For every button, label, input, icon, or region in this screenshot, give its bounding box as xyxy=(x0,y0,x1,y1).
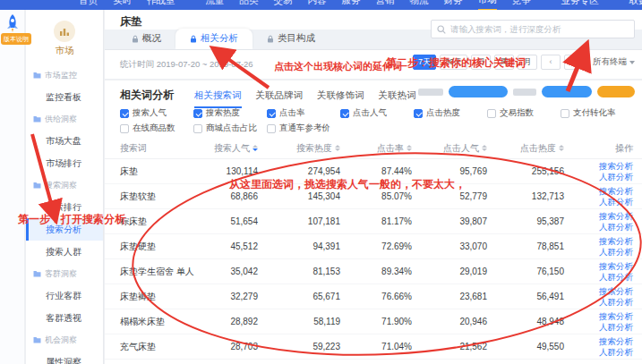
version-badge[interactable]: 版本说明 xyxy=(1,33,31,45)
subtab-modifier-words[interactable]: 关联修饰词 xyxy=(317,89,364,108)
checkbox xyxy=(487,109,496,118)
sidebar-item-search-crowd[interactable]: 搜索人群 xyxy=(26,241,103,263)
metric-online-products[interactable]: 在线商品数 xyxy=(120,123,193,134)
nav-logistics[interactable]: 物流 xyxy=(410,0,429,10)
subtab-brand-words[interactable]: 关联品牌词 xyxy=(256,89,304,108)
checkbox xyxy=(120,124,129,133)
rocket-icon[interactable] xyxy=(4,13,21,33)
module-label: 市场 xyxy=(26,45,103,57)
sort-search-popularity[interactable]: 搜索人气 xyxy=(199,142,278,155)
folder-icon xyxy=(33,336,41,343)
folder-icon xyxy=(33,270,41,277)
sidebar-item-market-overview[interactable]: 市场大盘 xyxy=(26,130,103,152)
sort-click-heat[interactable]: 点击热度 xyxy=(507,142,584,155)
nav-traffic[interactable]: 流量 xyxy=(206,0,225,10)
keyword-title: 床垫 xyxy=(120,14,141,30)
sort-click-rate[interactable]: 点击率 xyxy=(360,142,432,155)
checkbox xyxy=(120,109,129,118)
link-crowd-analysis[interactable]: 人群分析 xyxy=(584,172,633,182)
nav-service[interactable]: 服务 xyxy=(342,0,361,10)
metric-click-heat[interactable]: 点击热度 xyxy=(414,107,487,119)
link-crowd-analysis[interactable]: 人群分析 xyxy=(584,197,633,207)
nav-marketing[interactable]: 营销 xyxy=(376,0,395,10)
link-crowd-analysis[interactable]: 人群分析 xyxy=(584,222,633,233)
metric-trade-index[interactable]: 交易指数 xyxy=(487,107,561,119)
tab-related-analysis[interactable]: 相关分析 xyxy=(175,29,253,49)
cell-keyword[interactable]: 充气床垫 xyxy=(105,341,199,353)
subtab-related-search-words[interactable]: 相关搜索词 xyxy=(194,89,242,108)
link-search-analysis[interactable]: 搜索分析 xyxy=(584,311,633,322)
link-search-analysis[interactable]: 搜索分析 xyxy=(584,161,633,172)
search-input[interactable] xyxy=(450,24,629,34)
link-search-analysis[interactable]: 搜索分析 xyxy=(584,186,633,197)
cell-keyword[interactable]: 床垫褥垫 xyxy=(105,291,199,303)
link-search-analysis[interactable]: 搜索分析 xyxy=(584,286,633,297)
sort-search-heat[interactable]: 搜索热度 xyxy=(278,142,360,155)
table-row: 床垫学生宿舍 单人 35,042 81,153 89.34% 29,019 76… xyxy=(105,259,642,284)
table-row: 床垫褥垫 32,279 65,671 76.66% 23,681 56,491 … xyxy=(105,284,642,309)
subtab-hot-words[interactable]: 关联热词 xyxy=(379,89,416,108)
sidebar-item-market-ranking[interactable]: 市场排行 xyxy=(26,152,103,174)
subtab-strip: 相关搜索词 关联品牌词 关联修饰词 关联热词 xyxy=(194,89,416,108)
nav-category[interactable]: 品类 xyxy=(240,0,259,10)
link-crowd-analysis[interactable]: 人群分析 xyxy=(584,247,633,258)
nav-war-room[interactable]: 作战室 xyxy=(147,0,175,10)
checkbox xyxy=(193,109,202,118)
cell-keyword[interactable]: 床垫软垫 xyxy=(105,190,199,203)
sidebar-item-monitor-board[interactable]: 监控看板 xyxy=(26,86,103,108)
link-search-analysis[interactable]: 搜索分析 xyxy=(584,261,633,272)
checkbox xyxy=(267,124,276,133)
metric-search-heat[interactable]: 搜索热度 xyxy=(193,107,267,119)
nav-competition[interactable]: 竞争 xyxy=(512,0,531,10)
lock-icon xyxy=(190,35,197,43)
nav-finance[interactable]: 财务 xyxy=(444,0,463,10)
terminal-dropdown[interactable]: 所有终端 xyxy=(593,56,635,68)
metric-click-rate[interactable]: 点击率 xyxy=(267,107,340,119)
nav-trade[interactable]: 交易 xyxy=(274,0,293,10)
tab-category-composition[interactable]: 类目构成 xyxy=(253,29,330,49)
redacted-label xyxy=(513,89,536,96)
nav-content[interactable]: 内容 xyxy=(308,0,327,10)
annotation-step1: 第一步：打开搜索分析 xyxy=(18,212,125,227)
cell-keyword[interactable]: 床垫硬垫 xyxy=(105,241,199,253)
sidebar-item-attribute-insight[interactable]: 属性洞察 xyxy=(26,351,103,364)
folder-icon xyxy=(33,72,41,79)
stats-time-range: 统计时间 2019-07-20 ~ 2019-07-26 xyxy=(120,59,253,71)
link-crowd-analysis[interactable]: 人群分析 xyxy=(584,347,633,358)
table-row: 充气床垫 28,703 59,223 71.04% 21,562 49,550 … xyxy=(105,334,642,360)
nav-realtime[interactable]: 实时 xyxy=(113,0,132,10)
next-period-button[interactable]: › xyxy=(564,55,584,70)
nav-business-zone[interactable]: 业务专区 xyxy=(561,0,599,10)
nav-data-fetch[interactable]: 取数 xyxy=(629,0,642,10)
redacted-button[interactable] xyxy=(449,86,508,97)
redacted-button[interactable] xyxy=(542,86,592,97)
metric-pay-conversion[interactable]: 支付转化率 xyxy=(561,107,616,119)
metric-ztc-reference-price[interactable]: 直通车参考价 xyxy=(267,123,330,134)
cell-keyword[interactable]: 床垫学生宿舍 单人 xyxy=(105,266,199,278)
sidebar-item-customer-perspective[interactable]: 客群透视 xyxy=(26,307,103,329)
link-search-analysis[interactable]: 搜索分析 xyxy=(584,236,633,247)
lock-icon xyxy=(267,35,274,43)
tab-overview[interactable]: 概况 xyxy=(117,29,175,49)
chevron-down-icon xyxy=(629,61,635,64)
sidebar-item-industry-customers[interactable]: 行业客群 xyxy=(26,284,103,307)
prev-period-button[interactable]: ‹ xyxy=(541,55,561,70)
metric-click-popularity[interactable]: 点击人气 xyxy=(340,107,414,119)
link-crowd-analysis[interactable]: 人群分析 xyxy=(584,297,633,308)
cell-keyword[interactable]: 榻榻米床垫 xyxy=(105,316,199,328)
sort-click-popularity[interactable]: 点击人气 xyxy=(432,142,507,155)
metric-mall-click-share[interactable]: 商城点击占比 xyxy=(193,123,267,134)
checkbox xyxy=(193,124,202,133)
keyword-search-box xyxy=(431,20,635,38)
link-search-analysis[interactable]: 搜索分析 xyxy=(584,336,633,347)
link-search-analysis[interactable]: 搜索分析 xyxy=(584,211,633,222)
metric-search-popularity[interactable]: 搜索人气 xyxy=(120,107,193,119)
nav-market[interactable]: 市场 xyxy=(478,0,497,10)
annotation-table-note: 从这里面选词，挑选搜索人气一般的，不要太大， xyxy=(229,177,466,192)
cell-keyword[interactable]: 床垫 xyxy=(105,165,199,178)
redacted-button[interactable] xyxy=(597,86,635,97)
nav-home[interactable]: 首页 xyxy=(79,0,98,10)
sidebar-group-supply-insight: 供给洞察 xyxy=(26,108,103,130)
link-crowd-analysis[interactable]: 人群分析 xyxy=(584,272,633,283)
link-crowd-analysis[interactable]: 人群分析 xyxy=(584,322,633,333)
